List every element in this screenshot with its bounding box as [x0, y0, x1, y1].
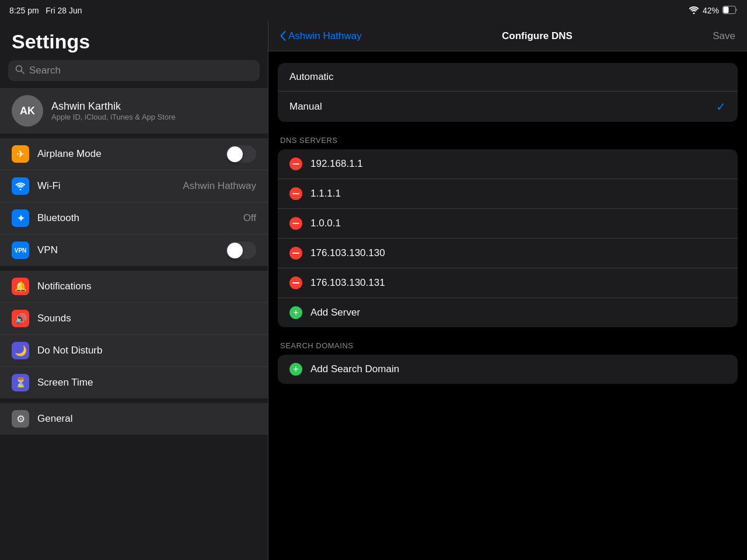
dns-manual-option[interactable]: Manual ✓	[278, 92, 738, 122]
dns-server-5[interactable]: 176.103.130.131	[278, 268, 738, 298]
dns-ip-2: 1.1.1.1	[310, 188, 341, 200]
airplane-toggle[interactable]	[226, 145, 256, 163]
search-domains-group: + Add Search Domain	[278, 355, 738, 384]
remove-server-3-button[interactable]	[289, 217, 302, 230]
donotdisturb-icon: 🌙	[12, 342, 29, 359]
svg-line-4	[22, 71, 25, 74]
battery-icon	[722, 6, 738, 16]
search-domains-section: SEARCH DOMAINS + Add Search Domain	[278, 341, 738, 384]
status-bar: 8:25 pm Fri 28 Jun 42%	[0, 0, 747, 21]
dns-ip-1: 192.168.1.1	[310, 158, 363, 170]
back-label: Ashwin Hathway	[288, 30, 362, 42]
status-date: Fri 28 Jun	[46, 6, 82, 15]
sidebar-item-bluetooth[interactable]: ✦ Bluetooth Off	[0, 202, 268, 235]
sidebar-item-screentime[interactable]: ⏳ Screen Time	[0, 367, 268, 398]
dns-ip-5: 176.103.130.131	[310, 277, 385, 289]
dns-automatic-option[interactable]: Automatic	[278, 63, 738, 92]
remove-server-5-button[interactable]	[289, 276, 302, 289]
sidebar-item-sounds[interactable]: 🔊 Sounds	[0, 303, 268, 335]
dns-servers-group: 192.168.1.1 1.1.1.1 1.0.0.1 176.103.130.…	[278, 149, 738, 327]
vpn-icon: VPN	[12, 242, 29, 259]
bluetooth-label: Bluetooth	[37, 212, 235, 224]
wifi-settings-icon	[12, 177, 29, 195]
notifications-icon: 🔔	[12, 278, 29, 295]
wifi-value: Ashwin Hathway	[183, 180, 256, 192]
add-server-button[interactable]: +	[289, 306, 302, 319]
status-indicators: 42%	[689, 6, 738, 16]
dns-server-4[interactable]: 176.103.130.130	[278, 239, 738, 268]
sidebar-item-wifi[interactable]: Wi-Fi Ashwin Hathway	[0, 170, 268, 202]
bluetooth-value: Off	[243, 212, 256, 224]
wifi-label: Wi-Fi	[37, 180, 174, 192]
user-name: Ashwin Karthik	[51, 100, 176, 113]
search-bar[interactable]: Search	[8, 60, 260, 81]
sounds-label: Sounds	[37, 313, 256, 324]
add-search-domain-row[interactable]: + Add Search Domain	[278, 355, 738, 384]
remove-server-2-button[interactable]	[289, 187, 302, 200]
remove-server-1-button[interactable]	[289, 158, 302, 170]
sounds-icon: 🔊	[12, 310, 29, 327]
svg-point-0	[693, 12, 694, 14]
sidebar-item-general[interactable]: ⚙ General	[0, 403, 268, 435]
settings-group-general: ⚙ General	[0, 403, 268, 435]
vpn-toggle[interactable]	[226, 242, 256, 259]
status-time: 8:25 pm	[9, 6, 39, 15]
manual-label: Manual	[289, 101, 322, 113]
add-server-row[interactable]: + Add Server	[278, 298, 738, 327]
user-row[interactable]: AK Ashwin Karthik Apple ID, iCloud, iTun…	[0, 88, 268, 134]
notifications-label: Notifications	[37, 281, 256, 292]
dns-mode-group: Automatic Manual ✓	[278, 63, 738, 122]
dns-ip-4: 176.103.130.130	[310, 247, 385, 259]
svg-rect-2	[724, 6, 729, 13]
general-icon: ⚙	[12, 410, 29, 428]
user-info: Ashwin Karthik Apple ID, iCloud, iTunes …	[51, 100, 176, 121]
dns-content: Automatic Manual ✓ DNS SERVERS 192.168.1…	[268, 51, 747, 410]
search-icon	[15, 65, 25, 76]
dns-server-2[interactable]: 1.1.1.1	[278, 179, 738, 209]
nav-title: Configure DNS	[502, 30, 573, 42]
page-title: Settings	[0, 21, 268, 60]
save-button[interactable]: Save	[713, 30, 735, 42]
main-layout: Settings Search AK Ashwin Karthik Apple …	[0, 21, 747, 560]
sidebar-item-vpn[interactable]: VPN VPN	[0, 235, 268, 266]
add-server-label: Add Server	[310, 307, 360, 318]
selected-checkmark: ✓	[716, 100, 726, 114]
status-time-date: 8:25 pm Fri 28 Jun	[9, 6, 82, 15]
wifi-icon	[689, 6, 699, 16]
airplane-label: Airplane Mode	[37, 148, 218, 160]
automatic-label: Automatic	[289, 71, 334, 83]
settings-group-system: 🔔 Notifications 🔊 Sounds 🌙 Do Not Distur…	[0, 271, 268, 398]
dns-servers-label: DNS SERVERS	[278, 136, 738, 145]
screentime-icon: ⏳	[12, 374, 29, 391]
nav-bar: Ashwin Hathway Configure DNS Save	[268, 21, 747, 51]
settings-group-connectivity: ✈ Airplane Mode Wi-Fi Ashwin Hathway ✦	[0, 138, 268, 266]
general-label: General	[37, 413, 256, 425]
airplane-icon: ✈	[12, 145, 29, 163]
sidebar-item-airplane[interactable]: ✈ Airplane Mode	[0, 138, 268, 170]
battery-text: 42%	[703, 6, 719, 15]
vpn-label: VPN	[37, 244, 218, 256]
add-search-domain-button[interactable]: +	[289, 363, 302, 376]
sidebar-item-notifications[interactable]: 🔔 Notifications	[0, 271, 268, 303]
dns-server-3[interactable]: 1.0.0.1	[278, 209, 738, 239]
bluetooth-icon: ✦	[12, 209, 29, 227]
right-panel: Ashwin Hathway Configure DNS Save Automa…	[268, 21, 747, 560]
remove-server-4-button[interactable]	[289, 247, 302, 260]
dns-servers-section: DNS SERVERS 192.168.1.1 1.1.1.1 1.0.0.1	[278, 136, 738, 327]
avatar: AK	[12, 95, 43, 127]
back-button[interactable]: Ashwin Hathway	[280, 30, 362, 42]
dns-ip-3: 1.0.0.1	[310, 218, 341, 229]
svg-point-5	[20, 189, 22, 191]
user-subtitle: Apple ID, iCloud, iTunes & App Store	[51, 113, 176, 121]
add-search-domain-label: Add Search Domain	[310, 363, 399, 375]
search-placeholder: Search	[29, 65, 61, 76]
search-domains-label: SEARCH DOMAINS	[278, 341, 738, 350]
dns-server-1[interactable]: 192.168.1.1	[278, 149, 738, 179]
donotdisturb-label: Do Not Disturb	[37, 345, 256, 356]
sidebar-item-donotdisturb[interactable]: 🌙 Do Not Disturb	[0, 335, 268, 367]
screentime-label: Screen Time	[37, 377, 256, 388]
sidebar: Settings Search AK Ashwin Karthik Apple …	[0, 21, 268, 560]
